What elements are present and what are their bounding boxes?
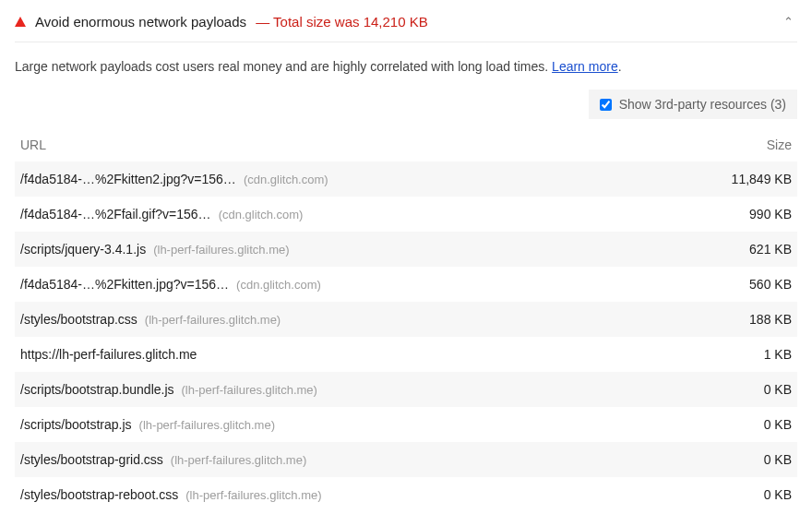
url-host: (cdn.glitch.com): [236, 278, 321, 292]
audit-description: Large network payloads cost users real m…: [15, 42, 797, 90]
row-url-cell[interactable]: /f4da5184-…%2Ffail.gif?v=156…(cdn.glitch…: [20, 207, 709, 221]
url-host: (lh-perf-failures.glitch.me): [153, 243, 289, 257]
row-url-cell[interactable]: /styles/bootstrap-grid.css(lh-perf-failu…: [20, 452, 709, 467]
url-path: /scripts/bootstrap.js: [20, 417, 132, 432]
table-row: /styles/bootstrap-reboot.css(lh-perf-fai…: [15, 477, 797, 512]
url-path: /f4da5184-…%2Fkitten.jpg?v=156…: [20, 277, 229, 292]
table-row: /scripts/bootstrap.bundle.js(lh-perf-fai…: [15, 372, 797, 407]
url-path: /styles/bootstrap.css: [20, 312, 137, 327]
table-row: /f4da5184-…%2Ffail.gif?v=156…(cdn.glitch…: [15, 197, 797, 232]
url-path: /scripts/jquery-3.4.1.js: [20, 242, 146, 257]
row-url-cell[interactable]: /f4da5184-…%2Fkitten.jpg?v=156…(cdn.glit…: [20, 277, 709, 292]
audit-title: Avoid enormous network payloads: [35, 14, 246, 30]
url-path: https://lh-perf-failures.glitch.me: [20, 347, 197, 362]
row-url-cell[interactable]: /scripts/jquery-3.4.1.js(lh-perf-failure…: [20, 242, 709, 257]
audit-header[interactable]: Avoid enormous network payloads — Total …: [15, 0, 797, 42]
url-host: (lh-perf-failures.glitch.me): [145, 313, 281, 327]
row-size: 0 KB: [709, 487, 792, 502]
url-path: /styles/bootstrap-grid.css: [20, 452, 163, 467]
row-url-cell[interactable]: /f4da5184-…%2Fkitten2.jpg?v=156…(cdn.gli…: [20, 172, 709, 186]
url-host: (lh-perf-failures.glitch.me): [171, 453, 306, 467]
third-party-toggle[interactable]: Show 3rd-party resources (3): [589, 90, 797, 119]
url-host: (lh-perf-failures.glitch.me): [139, 418, 275, 432]
table-body: /f4da5184-…%2Fkitten2.jpg?v=156…(cdn.gli…: [15, 161, 797, 512]
row-url-cell[interactable]: /styles/bootstrap.css(lh-perf-failures.g…: [20, 312, 709, 327]
url-path: /styles/bootstrap-reboot.css: [20, 487, 178, 502]
third-party-toggle-wrap: Show 3rd-party resources (3): [15, 90, 797, 128]
learn-more-link[interactable]: Learn more: [552, 59, 618, 74]
audit-metric: — Total size was 14,210 KB: [252, 14, 428, 30]
url-path: /f4da5184-…%2Fkitten2.jpg?v=156…: [20, 172, 236, 186]
third-party-label: Show 3rd-party resources (3): [619, 97, 786, 112]
row-url-cell[interactable]: /styles/bootstrap-reboot.css(lh-perf-fai…: [20, 487, 709, 502]
table-header: URL Size: [15, 128, 797, 161]
url-host: (cdn.glitch.com): [219, 208, 304, 221]
row-size: 188 KB: [709, 312, 792, 327]
url-path: /f4da5184-…%2Ffail.gif?v=156…: [20, 207, 211, 221]
row-size: 1 KB: [709, 347, 792, 362]
third-party-checkbox[interactable]: [600, 99, 612, 111]
url-path: /scripts/bootstrap.bundle.js: [20, 382, 174, 397]
warning-triangle-icon: [15, 17, 26, 27]
row-size: 0 KB: [709, 382, 792, 397]
url-host: (lh-perf-failures.glitch.me): [185, 488, 321, 502]
metric-dash: —: [256, 14, 269, 30]
url-host: (cdn.glitch.com): [244, 173, 328, 186]
table-row: /scripts/bootstrap.js(lh-perf-failures.g…: [15, 407, 797, 442]
table-row: https://lh-perf-failures.glitch.me1 KB: [15, 337, 797, 372]
row-url-cell[interactable]: /scripts/bootstrap.js(lh-perf-failures.g…: [20, 417, 709, 432]
row-url-cell[interactable]: https://lh-perf-failures.glitch.me: [20, 347, 709, 362]
metric-text: Total size was 14,210 KB: [273, 14, 428, 30]
table-row: /scripts/jquery-3.4.1.js(lh-perf-failure…: [15, 232, 797, 267]
table-row: /f4da5184-…%2Fkitten2.jpg?v=156…(cdn.gli…: [15, 161, 797, 197]
row-size: 11,849 KB: [709, 172, 792, 186]
table-row: /styles/bootstrap.css(lh-perf-failures.g…: [15, 302, 797, 337]
table-row: /styles/bootstrap-grid.css(lh-perf-failu…: [15, 442, 797, 477]
row-url-cell[interactable]: /scripts/bootstrap.bundle.js(lh-perf-fai…: [20, 382, 709, 397]
description-text: Large network payloads cost users real m…: [15, 59, 548, 74]
audit-panel: Avoid enormous network payloads — Total …: [0, 0, 812, 512]
row-size: 0 KB: [709, 452, 792, 467]
table-row: /f4da5184-…%2Fkitten.jpg?v=156…(cdn.glit…: [15, 267, 797, 302]
column-url-header: URL: [20, 137, 709, 152]
row-size: 560 KB: [709, 277, 792, 292]
collapse-chevron-icon[interactable]: ⌃: [780, 11, 797, 32]
url-host: (lh-perf-failures.glitch.me): [182, 383, 317, 397]
row-size: 621 KB: [709, 242, 792, 257]
row-size: 990 KB: [709, 207, 792, 221]
row-size: 0 KB: [709, 417, 792, 432]
column-size-header: Size: [709, 137, 792, 152]
